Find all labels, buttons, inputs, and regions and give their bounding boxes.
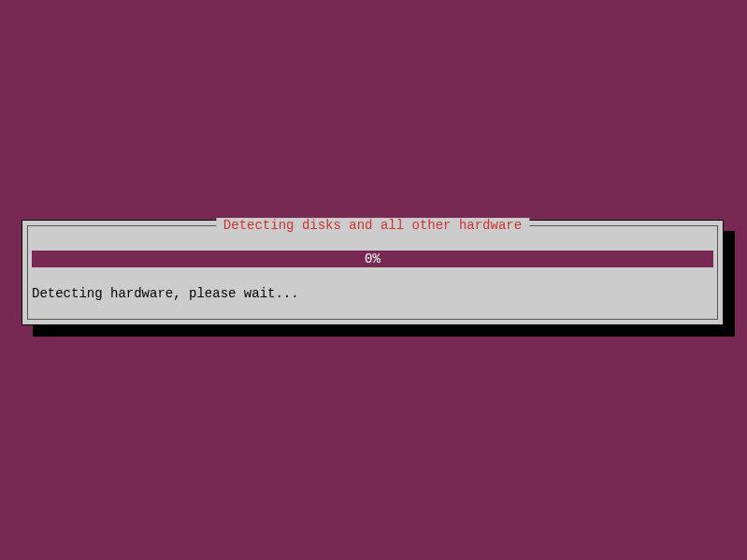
progress-percent: 0% — [365, 251, 381, 266]
progress-bar: 0% — [32, 251, 713, 267]
dialog-border: Detecting disks and all other hardware — [27, 225, 718, 320]
dialog-title: Detecting disks and all other hardware — [216, 218, 529, 233]
status-message: Detecting hardware, please wait... — [32, 286, 299, 301]
installer-dialog: Detecting disks and all other hardware 0… — [22, 220, 724, 325]
